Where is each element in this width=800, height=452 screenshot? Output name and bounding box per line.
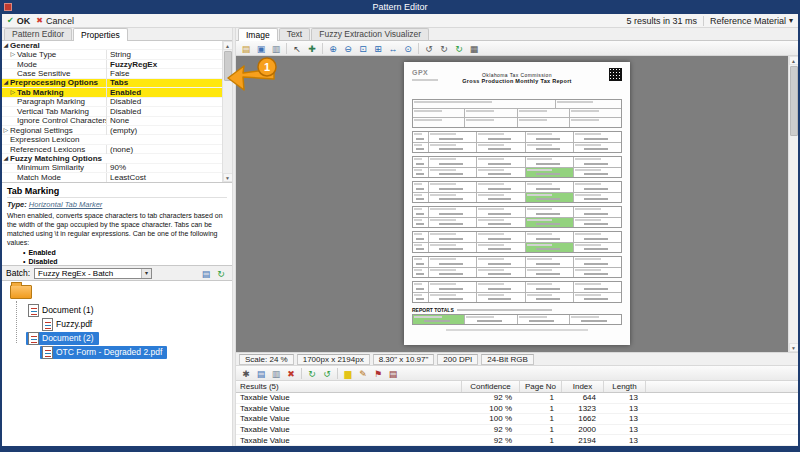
tab-text[interactable]: Text [279,28,311,40]
tab-properties[interactable]: Properties [73,28,128,41]
reference-material-dropdown[interactable]: Reference Material ▾ [710,16,793,26]
print-icon[interactable]: ▥ [269,42,283,55]
document-page-preview: GPX Oklahoma Tax Commission Gross Produc… [404,62,630,345]
property-row[interactable]: Minimum Similarity90% [2,164,222,173]
column-header-confidence[interactable]: Confidence [462,381,520,392]
result-row[interactable]: Taxable Value92 %164413 [236,393,798,404]
form-field [526,143,574,152]
export-icon[interactable]: ▤ [254,367,268,380]
scroll-up-icon[interactable]: ▲ [789,56,799,65]
image-scrollbar[interactable]: ▲ ▼ [788,56,798,352]
undo-icon[interactable]: ↺ [320,367,334,380]
fit-width-icon[interactable]: ↔ [386,42,400,55]
title-bar[interactable]: Pattern Editor [0,0,800,14]
result-row[interactable]: Taxable Value92 %1219413 [236,435,798,446]
select-icon[interactable]: ↖ [290,42,304,55]
edit-icon[interactable]: ✎ [356,367,370,380]
image-viewport[interactable]: GPX Oklahoma Tax Commission Gross Produc… [236,56,798,352]
tree-node-otc-form-pdf[interactable]: OTC Form - Degraded 2.pdf [2,345,232,359]
delete-icon[interactable]: ✖ [284,367,298,380]
property-name: Value Type [15,50,106,59]
property-row[interactable]: ▷Regional Settings(empty) [2,126,222,135]
pan-icon[interactable]: ✚ [305,42,319,55]
form-field [574,232,621,242]
tab-pattern-editor[interactable]: Pattern Editor [4,28,72,40]
fit-page-icon[interactable]: ⊞ [371,42,385,55]
form-field [574,257,621,267]
tree-node-document-1[interactable]: Document (1) [2,303,232,317]
thumbnails-icon[interactable]: ▦ [467,42,481,55]
result-row[interactable]: Taxable Value92 %1200013 [236,425,798,436]
scroll-up-icon[interactable]: ▲ [223,41,233,50]
highlighter-icon[interactable]: ▆ [341,367,355,380]
form-field [526,257,574,267]
property-row[interactable]: Expression Lexicon [2,135,222,144]
refresh-batch-icon[interactable]: ↻ [214,267,228,280]
save-icon[interactable]: ▣ [254,42,268,55]
result-row[interactable]: Taxable Value100 %1166213 [236,414,798,425]
app-icon [4,3,12,11]
scroll-down-icon[interactable]: ▼ [789,343,799,352]
property-row[interactable]: ◢General [2,41,222,50]
column-header-results[interactable]: Results (5) [236,381,462,392]
property-row[interactable]: ◢Preprocessing OptionsTabs [2,79,222,88]
tree-node-document-2[interactable]: Document (2) [2,331,232,345]
property-value: LeastCost [106,173,222,182]
property-row[interactable]: Paragraph MarkingDisabled [2,98,222,107]
column-header-index[interactable]: Index [562,381,604,392]
rotate-right-icon[interactable]: ↻ [437,42,451,55]
property-row[interactable]: ▷Tab MarkingEnabled [2,88,222,97]
result-confidence: 92 % [462,435,520,445]
settings-icon[interactable]: ✱ [239,367,253,380]
help-type-link[interactable]: Horizontal Tab Marker [29,200,103,209]
zoom-out-icon[interactable]: ⊖ [341,42,355,55]
result-row[interactable]: Taxable Value100 %1132313 [236,404,798,415]
combo-dropdown-icon[interactable]: ▾ [141,269,151,278]
scrollbar-thumb[interactable] [790,66,798,136]
lexicon-icon[interactable]: ▤ [386,367,400,380]
result-page-no: 1 [520,404,562,414]
callout-arrow: 1 [226,56,278,92]
ok-button[interactable]: ✔ OK [7,16,30,26]
tab-fuzzy-extraction-visualizer[interactable]: Fuzzy Extraction Visualizer [311,28,429,40]
property-row[interactable]: Case SensitiveFalse [2,69,222,78]
open-icon[interactable]: ▤ [239,42,253,55]
property-row[interactable]: ▷Value TypeString [2,50,222,59]
property-name: Fuzzy Matching Options [8,154,106,163]
property-value: 90% [106,163,222,172]
scrollbar-track[interactable] [789,136,799,343]
scroll-down-icon[interactable]: ▼ [223,173,233,182]
rotate-left-icon[interactable]: ↺ [422,42,436,55]
expander-icon[interactable]: ▷ [2,50,15,59]
result-length: 13 [604,435,646,445]
tab-image[interactable]: Image [238,28,278,41]
actual-size-icon[interactable]: ⊙ [401,42,415,55]
refresh-icon[interactable]: ↻ [305,367,319,380]
cancel-button[interactable]: ✖ Cancel [36,16,74,26]
result-confidence: 100 % [462,414,520,424]
property-row[interactable]: ModeFuzzyRegEx [2,60,222,69]
expander-icon[interactable]: ▷ [2,88,15,97]
flag-icon[interactable]: ⚑ [371,367,385,380]
form-field [429,168,477,177]
document-view-icon[interactable]: ▤ [199,267,213,280]
property-value: (empty) [106,126,222,135]
ok-check-icon: ✔ [7,17,14,25]
copy-icon[interactable]: ▥ [269,367,283,380]
form-section [412,156,622,178]
property-row[interactable]: ◢Fuzzy Matching Options [2,154,222,163]
property-row[interactable]: Ignore Control CharactersNone [2,117,222,126]
result-name: Taxable Value [236,404,462,414]
refresh-icon[interactable]: ↻ [452,42,466,55]
property-row[interactable]: Referenced Lexicons(none) [2,145,222,154]
scrollbar-track[interactable] [223,81,233,173]
tree-node-fuzzy-pdf[interactable]: Fuzzy.pdf [2,317,232,331]
tree-root-folder[interactable] [2,281,232,303]
batch-combobox[interactable]: Fuzzy RegEx - Batch ▾ [34,268,152,279]
zoom-in-icon[interactable]: ⊕ [326,42,340,55]
column-header-page-no[interactable]: Page No [520,381,562,392]
property-row[interactable]: Match ModeLeastCost [2,173,222,182]
column-header-length[interactable]: Length [604,381,646,392]
property-row[interactable]: Vertical Tab MarkingDisabled [2,107,222,116]
zoom-window-icon[interactable]: ⊡ [356,42,370,55]
